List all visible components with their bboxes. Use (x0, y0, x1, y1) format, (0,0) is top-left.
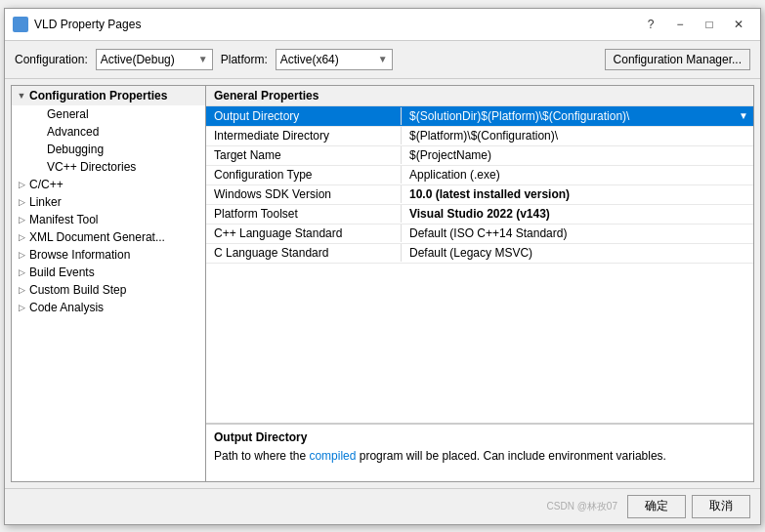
minimize-button[interactable]: − (666, 15, 694, 34)
tree-item-general[interactable]: General (12, 105, 205, 123)
config-dropdown[interactable]: Active(Debug) ▼ (96, 49, 213, 70)
tree-item-vc-directories[interactable]: VC++ Directories (12, 158, 205, 176)
browse-expand-icon: ▷ (16, 249, 27, 261)
close-button[interactable]: ✕ (725, 15, 752, 34)
config-label: Configuration: (15, 53, 88, 66)
tree-item-linker[interactable]: ▷ Linker (12, 193, 205, 211)
prop-name-windows-sdk: Windows SDK Version (206, 185, 402, 203)
prop-value-cpp-lang: Default (ISO C++14 Standard) (402, 225, 753, 242)
prop-row-output-dir[interactable]: Output Directory $(SolutionDir)$(Platfor… (206, 106, 753, 127)
maximize-button[interactable]: □ (696, 15, 723, 34)
right-panel: General Properties Output Directory $(So… (206, 85, 754, 482)
prop-row-windows-sdk[interactable]: Windows SDK Version 10.0 (latest install… (206, 185, 753, 205)
config-manager-button[interactable]: Configuration Manager... (605, 49, 750, 70)
cancel-button[interactable]: 取消 (692, 495, 750, 518)
prop-value-windows-sdk: 10.0 (latest installed version) (402, 185, 753, 203)
manifest-expand-icon: ▷ (16, 214, 27, 225)
xml-expand-icon: ▷ (16, 231, 27, 243)
prop-value-intermediate-dir: $(Platform)\$(Configuration)\ (402, 127, 753, 144)
prop-row-c-lang[interactable]: C Language Standard Default (Legacy MSVC… (206, 244, 753, 264)
tree-item-build-events[interactable]: ▷ Build Events (12, 264, 205, 281)
platform-dropdown[interactable]: Active(x64) ▼ (276, 49, 393, 70)
platform-label: Platform: (221, 53, 268, 66)
title-controls: ? − □ ✕ (637, 15, 752, 34)
prop-value-output-dir: $(SolutionDir)$(Platform)\$(Configuratio… (402, 107, 734, 125)
section-expand-icon: ▼ (16, 90, 27, 102)
prop-row-target-name[interactable]: Target Name $(ProjectName) (206, 146, 753, 166)
tree-item-custom-build-step[interactable]: ▷ Custom Build Step (12, 281, 205, 299)
tree-item-browse-information[interactable]: ▷ Browse Information (12, 246, 205, 264)
tree-item-advanced[interactable]: Advanced (12, 123, 205, 141)
desc-body: Path to where the compiled program will … (214, 448, 745, 465)
window-title: VLD Property Pages (34, 18, 141, 31)
custom-build-expand-icon: ▷ (16, 284, 27, 296)
bottom-bar: CSDN @林孜07 确定 取消 (5, 488, 760, 524)
prop-name-target-name: Target Name (206, 146, 402, 164)
prop-row-config-type[interactable]: Configuration Type Application (.exe) (206, 166, 753, 185)
tree-item-xml-document[interactable]: ▷ XML Document Generat... (12, 228, 205, 246)
prop-row-intermediate-dir[interactable]: Intermediate Directory $(Platform)\$(Con… (206, 127, 753, 146)
prop-value-platform-toolset: Visual Studio 2022 (v143) (402, 205, 753, 223)
prop-name-intermediate-dir: Intermediate Directory (206, 127, 402, 144)
tree-section-header: ▼ Configuration Properties (12, 86, 205, 105)
prop-name-platform-toolset: Platform Toolset (206, 205, 402, 223)
linker-expand-icon: ▷ (16, 196, 27, 208)
prop-name-output-dir: Output Directory (206, 107, 402, 125)
code-analysis-expand-icon: ▷ (16, 302, 27, 313)
ok-button[interactable]: 确定 (627, 495, 686, 518)
platform-dropdown-arrow: ▼ (378, 54, 388, 64)
prop-dropdown-btn-output-dir[interactable]: ▼ (734, 106, 753, 126)
tree-item-code-analysis[interactable]: ▷ Code Analysis (12, 299, 205, 316)
prop-value-config-type: Application (.exe) (402, 166, 753, 184)
app-icon (13, 17, 28, 32)
cpp-expand-icon: ▷ (16, 179, 27, 190)
tree-item-manifest-tool[interactable]: ▷ Manifest Tool (12, 211, 205, 228)
title-bar-left: VLD Property Pages (13, 17, 141, 32)
property-pages-window: VLD Property Pages ? − □ ✕ Configuration… (4, 8, 761, 525)
prop-row-platform-toolset[interactable]: Platform Toolset Visual Studio 2022 (v14… (206, 205, 753, 225)
build-expand-icon: ▷ (16, 266, 27, 278)
prop-name-c-lang: C Language Standard (206, 244, 402, 262)
config-bar: Configuration: Active(Debug) ▼ Platform:… (5, 41, 760, 79)
prop-row-cpp-lang[interactable]: C++ Language Standard Default (ISO C++14… (206, 225, 753, 244)
watermark: CSDN @林孜07 (547, 500, 617, 513)
tree-item-debugging[interactable]: Debugging (12, 141, 205, 158)
left-tree-panel: ▼ Configuration Properties General Advan… (11, 85, 206, 482)
prop-section-header: General Properties (206, 86, 753, 106)
help-button[interactable]: ? (637, 15, 664, 34)
description-panel: Output Directory Path to where the compi… (206, 423, 753, 481)
prop-name-config-type: Configuration Type (206, 166, 402, 184)
title-bar: VLD Property Pages ? − □ ✕ (5, 9, 760, 41)
properties-table: General Properties Output Directory $(So… (206, 86, 753, 423)
config-dropdown-arrow: ▼ (198, 54, 208, 64)
desc-link: compiled (309, 449, 356, 463)
prop-value-c-lang: Default (Legacy MSVC) (402, 244, 753, 262)
tree-item-cpp[interactable]: ▷ C/C++ (12, 176, 205, 193)
main-content: ▼ Configuration Properties General Advan… (5, 79, 760, 488)
prop-value-target-name: $(ProjectName) (402, 146, 753, 164)
prop-name-cpp-lang: C++ Language Standard (206, 225, 402, 242)
desc-title: Output Directory (214, 430, 745, 444)
